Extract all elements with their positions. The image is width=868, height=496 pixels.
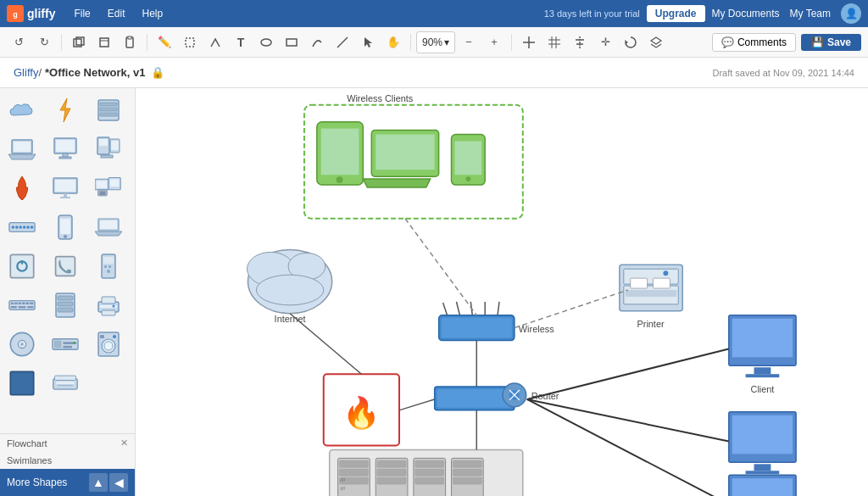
ellipse-button[interactable] bbox=[254, 31, 278, 54]
shape-scanner[interactable] bbox=[47, 365, 84, 402]
document-title[interactable]: *Office Network, v1 bbox=[45, 66, 146, 79]
shape-workstation[interactable] bbox=[90, 131, 127, 168]
fit-button[interactable] bbox=[517, 31, 541, 54]
my-documents-link[interactable]: My Documents bbox=[712, 8, 780, 20]
shape-tower[interactable] bbox=[90, 248, 127, 285]
svg-marker-25 bbox=[60, 98, 70, 122]
wireless-clients-label: Wireless Clients bbox=[347, 93, 414, 103]
cursor-button[interactable]: ✛ bbox=[593, 31, 617, 54]
svg-rect-177 bbox=[746, 471, 780, 474]
connect-button[interactable] bbox=[305, 31, 329, 54]
trial-text: 13 days left in your trial bbox=[544, 8, 640, 19]
svg-line-185 bbox=[515, 290, 628, 328]
svg-rect-146 bbox=[654, 278, 670, 288]
svg-point-98 bbox=[73, 342, 75, 344]
shape-monitor[interactable] bbox=[47, 170, 84, 207]
svg-rect-81 bbox=[27, 306, 33, 309]
svg-rect-167 bbox=[453, 477, 481, 484]
save-button[interactable]: 💾 Save bbox=[801, 34, 861, 51]
svg-rect-145 bbox=[631, 278, 648, 288]
svg-rect-70 bbox=[108, 265, 111, 268]
svg-rect-83 bbox=[58, 296, 73, 300]
line-button[interactable] bbox=[331, 31, 354, 54]
undo-button[interactable]: ↺ bbox=[7, 31, 31, 54]
svg-rect-162 bbox=[415, 469, 444, 476]
rotate-button[interactable] bbox=[619, 31, 643, 54]
draw-button[interactable] bbox=[203, 31, 227, 54]
svg-rect-43 bbox=[64, 193, 67, 197]
align-button[interactable] bbox=[568, 31, 592, 54]
toolbar-separator-2 bbox=[147, 34, 147, 51]
shape-flame[interactable] bbox=[3, 170, 41, 207]
text-button[interactable]: T bbox=[229, 31, 253, 54]
comments-button[interactable]: 💬 Comments bbox=[712, 33, 796, 52]
close-section-button[interactable]: ✕ bbox=[120, 437, 128, 449]
svg-rect-79 bbox=[11, 306, 17, 309]
shape-phone-2[interactable] bbox=[47, 248, 84, 285]
shape-panel bbox=[0, 88, 135, 405]
svg-point-112 bbox=[337, 176, 343, 183]
paste-button[interactable] bbox=[118, 31, 142, 54]
menu-edit[interactable]: Edit bbox=[99, 0, 134, 27]
shape-printer[interactable] bbox=[90, 287, 127, 324]
copy-button[interactable] bbox=[92, 31, 116, 54]
zoom-in-button[interactable]: + bbox=[482, 31, 506, 54]
shape-desktop[interactable] bbox=[47, 131, 84, 168]
logo[interactable]: g gliffy bbox=[7, 5, 55, 22]
grid-button[interactable] bbox=[542, 31, 566, 54]
shape-laptop-2[interactable] bbox=[90, 209, 127, 246]
svg-line-184 bbox=[405, 219, 476, 315]
select-button[interactable] bbox=[356, 31, 380, 54]
shape-keyboard[interactable] bbox=[3, 287, 41, 324]
upgrade-button[interactable]: Upgrade bbox=[647, 5, 705, 22]
pan-button[interactable]: ✋ bbox=[381, 31, 405, 54]
avatar[interactable]: 👤 bbox=[841, 3, 861, 24]
arrow-up-button[interactable]: ▲ bbox=[89, 473, 108, 492]
section-label: Flowchart bbox=[7, 438, 47, 449]
more-shapes-bar[interactable]: More Shapes ▲ ◀ bbox=[0, 469, 135, 496]
shape-washing[interactable] bbox=[90, 326, 127, 363]
svg-rect-7 bbox=[128, 36, 131, 39]
menu-help[interactable]: Help bbox=[133, 0, 171, 27]
zoom-out-button[interactable]: − bbox=[457, 31, 481, 54]
arrow-down-button[interactable]: ◀ bbox=[109, 473, 128, 492]
canvas[interactable]: Wireless Clients Internet 🔥 Firewall bbox=[136, 88, 868, 496]
svg-rect-84 bbox=[58, 302, 73, 306]
svg-rect-4 bbox=[100, 38, 108, 47]
rect-button[interactable] bbox=[280, 31, 303, 54]
shape-nas[interactable] bbox=[47, 287, 84, 324]
shape-cloud[interactable] bbox=[3, 92, 41, 129]
shape-computer-set[interactable] bbox=[90, 170, 127, 207]
redo-button[interactable]: ↻ bbox=[32, 31, 56, 54]
shape-phone[interactable] bbox=[47, 209, 84, 246]
shape-server-rack[interactable] bbox=[90, 92, 127, 129]
crop-button[interactable] bbox=[178, 31, 202, 54]
shape-lightning[interactable] bbox=[47, 92, 84, 129]
svg-rect-50 bbox=[99, 192, 105, 195]
shape-switch[interactable] bbox=[3, 209, 41, 246]
swimlanes-label: Swimlanes bbox=[7, 455, 52, 465]
svg-rect-144 bbox=[626, 290, 676, 297]
shape-laptop[interactable] bbox=[3, 131, 41, 168]
layers-button[interactable] bbox=[644, 31, 668, 54]
zoom-control[interactable]: 90% ▾ bbox=[416, 31, 455, 53]
svg-line-129 bbox=[456, 302, 459, 315]
svg-rect-158 bbox=[377, 469, 406, 476]
pencil-button[interactable]: ✏️ bbox=[153, 31, 176, 54]
shape-appliance[interactable] bbox=[47, 326, 84, 363]
svg-rect-107 bbox=[56, 382, 74, 384]
duplicate-button[interactable] bbox=[67, 31, 91, 54]
svg-rect-180 bbox=[732, 478, 793, 496]
svg-rect-34 bbox=[63, 153, 68, 157]
svg-rect-28 bbox=[100, 108, 117, 111]
menu-file[interactable]: File bbox=[65, 0, 98, 27]
shape-power[interactable] bbox=[3, 248, 41, 285]
breadcrumb-link[interactable]: Gliffy bbox=[14, 66, 38, 79]
svg-point-57 bbox=[31, 226, 34, 229]
shape-square[interactable] bbox=[3, 365, 41, 402]
my-team-link[interactable]: My Team bbox=[790, 8, 831, 20]
svg-rect-74 bbox=[14, 302, 18, 304]
shape-disc[interactable] bbox=[3, 326, 41, 363]
toolbar-separator-3 bbox=[410, 34, 411, 51]
lock-icon[interactable]: 🔒 bbox=[151, 66, 164, 79]
